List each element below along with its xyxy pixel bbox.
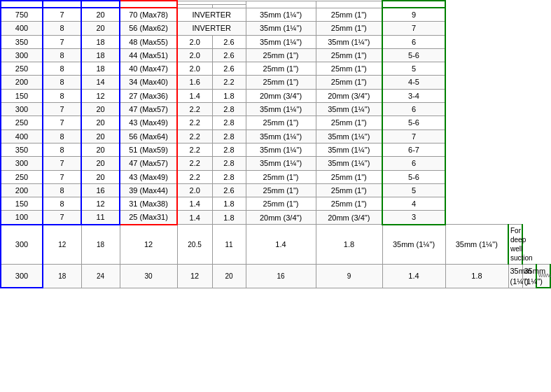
table-row: 400 8 20 56 (Max62) INVERTER 35mm (1¼") … xyxy=(1,22,550,35)
capacity: 51 (Max59) xyxy=(120,143,177,156)
capacity: 48 (Max55) xyxy=(120,35,177,48)
table-row: 150 8 12 31 (Max38) 1.4 1.8 25mm (1") 25… xyxy=(1,197,550,211)
suction-lift: 8 xyxy=(43,143,81,156)
discharge-head: 12 xyxy=(177,265,212,288)
pressure-on: 1.4 xyxy=(177,89,212,102)
pressure-on: 2.2 xyxy=(177,170,212,183)
taps-used: 5 xyxy=(382,183,445,197)
suction-pipe: 25mm (1") xyxy=(246,116,316,130)
motor-watt: 150 xyxy=(1,89,43,102)
taps-used: 7 xyxy=(382,130,445,143)
table-row-special: 300 182430 12 20169 1.4 1.8 35mm (1¼") 3… xyxy=(1,265,550,288)
table-body: 750 7 20 70 (Max78) INVERTER 35mm (1¼") … xyxy=(1,8,550,288)
taps-used: 4 xyxy=(382,197,445,211)
discharge-head: 20 xyxy=(81,22,120,35)
taps-used: 5-6 xyxy=(382,116,445,130)
discharge-pipe: 25mm (1") xyxy=(316,62,382,76)
pressure-off: 2.8 xyxy=(212,170,246,183)
motor-watt: 250 xyxy=(1,170,43,183)
suction-pipe: 20mm (3/4") xyxy=(246,211,316,225)
motor-watt: 400 xyxy=(1,130,43,143)
capacity: 31 (Max38) xyxy=(120,197,177,211)
suction-lift: 8 xyxy=(43,76,81,89)
discharge-pipe: 35mm (1¼") xyxy=(316,143,382,156)
pressure-off: 1.8 xyxy=(212,89,246,102)
discharge-pipe: 35mm (1¼") xyxy=(316,157,382,170)
taps-used: 6 xyxy=(382,35,445,48)
suction-lift: 7 xyxy=(43,170,81,183)
taps-used: 6 xyxy=(382,157,445,170)
taps-used: 7 xyxy=(382,22,445,35)
pressure-off: 2.2 xyxy=(212,76,246,89)
header-taps xyxy=(382,1,445,8)
suction-lift: 8 xyxy=(43,48,81,62)
discharge-pipe: 25mm (1") xyxy=(316,170,382,183)
header-motor xyxy=(1,1,43,8)
taps-used: 9 xyxy=(382,8,445,22)
taps-used: For deep well suction xyxy=(508,225,522,265)
suction-pipe: 25mm (1") xyxy=(246,197,316,211)
discharge-pipe: 35mm (1¼") xyxy=(316,130,382,143)
capacity: 25 (Max31) xyxy=(120,211,177,225)
suction-lift: 7 xyxy=(43,8,81,22)
suction-pipe: 25mm (1") xyxy=(246,76,316,89)
suction-pipe: 35mm (1¼") xyxy=(246,157,316,170)
motor-watt: 150 xyxy=(1,197,43,211)
discharge-head: 20 xyxy=(81,8,120,22)
suction-pipe: 25mm (1") xyxy=(246,170,316,183)
capacity: 47 (Max57) xyxy=(120,103,177,116)
pressure-on: 1.4 xyxy=(382,265,445,288)
pressure-inverter: INVERTER xyxy=(177,8,246,22)
discharge-head: 20 xyxy=(81,130,120,143)
table-row: 300 8 18 44 (Max51) 2.0 2.6 25mm (1") 25… xyxy=(1,48,550,62)
discharge-head: 20 xyxy=(81,143,120,156)
discharge-pipe: 35mm (1¼") xyxy=(316,103,382,116)
capacity-sub: 11 xyxy=(212,225,246,265)
discharge-head: 20 xyxy=(81,170,120,183)
discharge-pipe: 35mm (1¼") xyxy=(316,35,382,48)
capacity: 40 (Max47) xyxy=(120,62,177,76)
suction-pipe: 35mm (1¼") xyxy=(508,265,522,288)
discharge-pipe: 20mm (3/4") xyxy=(316,211,382,225)
capacity-sub: 20.5 xyxy=(177,225,212,265)
motor-watt: 750 xyxy=(1,8,43,22)
discharge-head: 20 xyxy=(81,103,120,116)
pressure-off: 2.6 xyxy=(212,62,246,76)
capacity: 47 (Max57) xyxy=(120,157,177,170)
pressure-on: 1.4 xyxy=(246,225,316,265)
pressure-off: 2.8 xyxy=(212,103,246,116)
suction-sub: 18 xyxy=(81,225,120,265)
table-row: 200 8 14 34 (Max40) 1.6 2.2 25mm (1") 25… xyxy=(1,76,550,89)
suction-lift: 7 xyxy=(43,116,81,130)
discharge-pipe: 20mm (3/4") xyxy=(316,89,382,102)
suction-pipe: 35mm (1¼") xyxy=(382,225,445,265)
pressure-on: 1.6 xyxy=(177,76,212,89)
pump-specs-table: 750 7 20 70 (Max78) INVERTER 35mm (1¼") … xyxy=(0,0,551,288)
suction-lift: 8 xyxy=(43,130,81,143)
capacity-sub: 16 xyxy=(246,265,316,288)
taps-used: 3 xyxy=(382,211,445,225)
pressure-on: 2.0 xyxy=(177,35,212,48)
taps-used: 5 xyxy=(382,62,445,76)
suction-lift: 7 xyxy=(43,157,81,170)
suction-lift: 8 xyxy=(43,197,81,211)
suction-pipe: 25mm (1") xyxy=(246,183,316,197)
suction-lift: 8 xyxy=(43,183,81,197)
motor-watt: 100 xyxy=(1,211,43,225)
pressure-off: 1.8 xyxy=(445,265,508,288)
suction-pipe: 35mm (1¼") xyxy=(246,130,316,143)
capacity: 70 (Max78) xyxy=(120,8,177,22)
pressure-on: 2.0 xyxy=(177,48,212,62)
suction-sub: 24 xyxy=(81,265,120,288)
motor-watt: 250 xyxy=(1,62,43,76)
capacity: 56 (Max62) xyxy=(120,22,177,35)
taps-used: 5-6 xyxy=(382,48,445,62)
suction-lift: 8 xyxy=(43,62,81,76)
pressure-on: 2.2 xyxy=(177,157,212,170)
table-row: 200 8 16 39 (Max44) 2.0 2.6 25mm (1") 25… xyxy=(1,183,550,197)
pressure-on: 2.2 xyxy=(177,103,212,116)
motor-watt: 200 xyxy=(1,76,43,89)
table-row-special: 300 1218 12 20.511 1.4 1.8 35mm (1¼") 35… xyxy=(1,225,550,265)
discharge-pipe: 35mm (1¼") xyxy=(522,265,536,288)
pressure-off: 2.6 xyxy=(212,48,246,62)
